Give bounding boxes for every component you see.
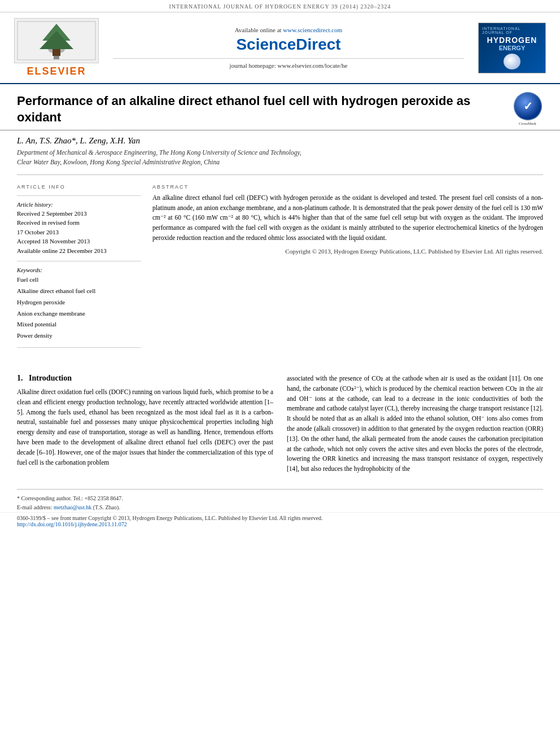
available-date: Available online 22 December 2013 xyxy=(17,246,141,256)
elsevier-brand-text: ELSEVIER xyxy=(27,65,86,77)
accepted-date: Accepted 18 November 2013 xyxy=(17,237,141,246)
logo-header: ELSEVIER Available online at www.science… xyxy=(0,12,560,84)
keyword-3: Hydrogen peroxide xyxy=(17,297,141,308)
journal-logo-top: INTERNATIONAL JOURNAL OF xyxy=(482,27,542,34)
crossmark-badge[interactable]: ✓ CrossMark xyxy=(512,93,543,124)
keywords-label: Keywords: xyxy=(17,267,141,273)
divider-info-top xyxy=(17,195,141,196)
journal-homepage: journal homepage: www.elsevier.com/locat… xyxy=(113,58,464,69)
affiliation-line1: Department of Mechanical & Aerospace Eng… xyxy=(17,148,543,158)
journal-logo-right: INTERNATIONAL JOURNAL OF HYDROGEN ENERGY xyxy=(475,23,549,73)
journal-logo-energy: ENERGY xyxy=(499,45,525,51)
footer-section: * Corresponding author. Tel.: +852 2358 … xyxy=(17,489,543,512)
elsevier-tree-icon xyxy=(17,21,96,60)
email-address[interactable]: metzhao@ust.hk xyxy=(54,504,91,510)
journal-logo-hydrogen: HYDROGEN xyxy=(487,36,537,45)
intro-heading: 1. Introduction xyxy=(17,374,273,383)
keyword-2: Alkaline direct ethanol fuel cell xyxy=(17,286,141,297)
crossmark-svg: ✓ xyxy=(514,92,542,120)
abstract-text: An alkaline direct ethanol fuel cell (DE… xyxy=(152,193,543,256)
article-info-label: ARTICLE INFO xyxy=(17,184,141,190)
journal-header-bar: INTERNATIONAL JOURNAL OF HYDROGEN ENERGY… xyxy=(0,0,560,12)
abstract-label: ABSTRACT xyxy=(152,184,543,190)
article-info-abstract: ARTICLE INFO Article history: Received 2… xyxy=(0,180,560,358)
main-divider xyxy=(17,174,543,175)
journal-logo-box: INTERNATIONAL JOURNAL OF HYDROGEN ENERGY xyxy=(478,23,546,73)
two-column-body: 1. Introduction Alkaline direct oxidatio… xyxy=(17,374,543,478)
crossmark-label: CrossMark xyxy=(514,121,542,126)
authors-list: L. An, T.S. Zhao*, L. Zeng, X.H. Yan xyxy=(17,136,543,146)
abstract-paragraph: An alkaline direct ethanol fuel cell (DE… xyxy=(152,193,543,243)
article-info-panel: ARTICLE INFO Article history: Received 2… xyxy=(17,184,141,353)
intro-label: Introduction xyxy=(29,374,72,382)
available-online-text: Available online at www.sciencedirect.co… xyxy=(113,27,464,33)
col-left: 1. Introduction Alkaline direct oxidatio… xyxy=(17,374,273,478)
history-label: Article history: xyxy=(17,202,141,208)
revised-date: 17 October 2013 xyxy=(17,228,141,237)
svg-rect-4 xyxy=(53,49,60,56)
crossmark-icon: ✓ xyxy=(514,92,542,120)
center-header: Available online at www.sciencedirect.co… xyxy=(102,27,475,69)
revised-label: Received in revised form xyxy=(17,218,141,228)
journal-logo-circle xyxy=(504,54,520,69)
svg-text:✓: ✓ xyxy=(523,100,532,112)
keyword-5: Mixed potential xyxy=(17,319,141,330)
corresponding-note: * Corresponding author. Tel.: +852 2358 … xyxy=(17,494,543,503)
col-right: associated with the presence of CO₂ at t… xyxy=(287,374,543,478)
sciencedirect-brand: ScienceDirect xyxy=(113,36,464,54)
email-name: (T.S. Zhao). xyxy=(93,504,120,510)
intro-col-right-text: associated with the presence of CO₂ at t… xyxy=(287,374,543,474)
divider-info-mid xyxy=(17,261,141,261)
keywords-section: Keywords: Fuel cell Alkaline direct etha… xyxy=(17,267,141,342)
elsevier-logo: ELSEVIER xyxy=(11,18,102,77)
elsevier-logo-image xyxy=(14,18,99,63)
body-content: 1. Introduction Alkaline direct oxidatio… xyxy=(0,358,560,483)
received-date: Received 2 September 2013 xyxy=(17,209,141,219)
copyright-text: Copyright © 2013, Hydrogen Energy Public… xyxy=(152,247,543,256)
issn-line: 0360-3199/$ – see front matter Copyright… xyxy=(17,515,543,521)
abstract-section: ABSTRACT An alkaline direct ethanol fuel… xyxy=(152,184,543,353)
email-line: E-mail address: metzhao@ust.hk (T.S. Zha… xyxy=(17,503,543,512)
sciencedirect-url[interactable]: www.sciencedirect.com xyxy=(283,27,342,33)
authors-section: L. An, T.S. Zhao*, L. Zeng, X.H. Yan Dep… xyxy=(0,130,560,170)
footer-bar: 0360-3199/$ – see front matter Copyright… xyxy=(0,512,560,530)
keyword-1: Fuel cell xyxy=(17,274,141,286)
keyword-6: Power density xyxy=(17,330,141,342)
email-label: E-mail address: xyxy=(17,504,52,510)
affiliation-line2: Clear Water Bay, Kowloon, Hong Kong Spec… xyxy=(17,158,543,167)
article-title: Performance of an alkaline direct ethano… xyxy=(17,93,501,125)
doi-line[interactable]: http://dx.doi.org/10.1016/j.ijhydene.201… xyxy=(17,521,543,527)
intro-col-left-text: Alkaline direct oxidation fuel cells (DO… xyxy=(17,387,273,468)
intro-num: 1. xyxy=(17,374,23,382)
keyword-4: Anion exchange membrane xyxy=(17,308,141,320)
article-title-section: Performance of an alkaline direct ethano… xyxy=(0,84,560,130)
divider-info-bot xyxy=(17,347,141,348)
